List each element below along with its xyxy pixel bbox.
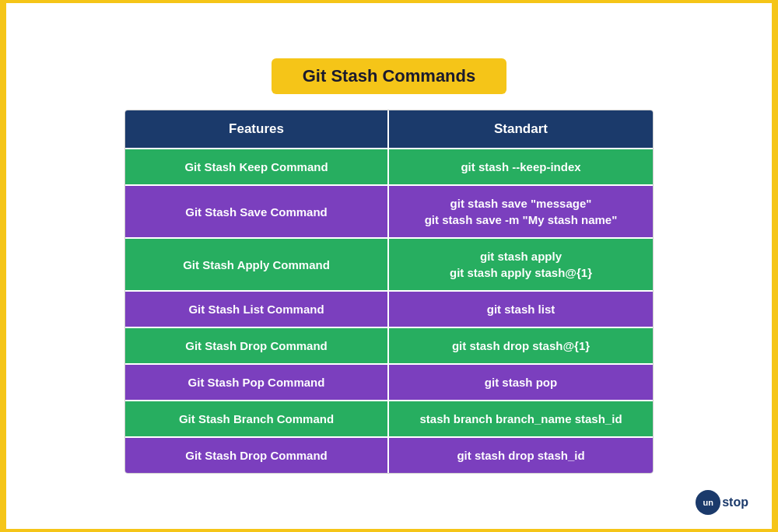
command-cell: git stash apply git stash apply stash@{1… [389,239,653,290]
logo: un stop [696,490,748,515]
table-row: Git Stash Branch Commandstash branch bra… [125,400,653,436]
feature-cell: Git Stash Branch Command [125,401,389,436]
table-row: Git Stash Drop Commandgit stash drop sta… [125,327,653,363]
command-cell: git stash list [389,292,653,327]
page-title: Git Stash Commands [272,58,506,94]
header-features: Features [125,110,389,148]
feature-cell: Git Stash Save Command [125,186,389,237]
table-header: Features Standart [125,110,653,148]
logo-circle: un [696,490,720,515]
logo-circle-text: un [703,498,713,507]
feature-cell: Git Stash Pop Command [125,365,389,400]
table-row: Git Stash List Commandgit stash list [125,290,653,327]
feature-cell: Git Stash Keep Command [125,149,389,184]
logo-text: stop [722,495,748,509]
table-row: Git Stash Drop Commandgit stash drop sta… [125,436,653,473]
command-cell: git stash drop stash@{1} [389,328,653,363]
feature-cell: Git Stash Drop Command [125,438,389,473]
command-cell: git stash --keep-index [389,149,653,184]
table-row: Git Stash Keep Commandgit stash --keep-i… [125,148,653,184]
feature-cell: Git Stash List Command [125,292,389,327]
command-cell: stash branch branch_name stash_id [389,401,653,436]
table-body: Git Stash Keep Commandgit stash --keep-i… [125,148,653,473]
feature-cell: Git Stash Drop Command [125,328,389,363]
table-row: Git Stash Save Commandgit stash save "me… [125,184,653,237]
command-cell: git stash pop [389,365,653,400]
commands-table: Features Standart Git Stash Keep Command… [124,110,654,474]
command-cell: git stash drop stash_id [389,438,653,473]
command-cell: git stash save "message" git stash save … [389,186,653,237]
table-row: Git Stash Pop Commandgit stash pop [125,363,653,400]
header-standart: Standart [389,110,653,148]
table-row: Git Stash Apply Commandgit stash apply g… [125,237,653,290]
feature-cell: Git Stash Apply Command [125,239,389,290]
